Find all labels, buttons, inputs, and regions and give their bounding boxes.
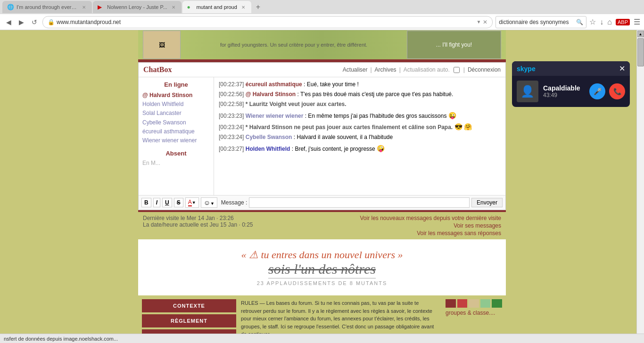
chatbox-actions: Actualiser | Archives | Actualisation au…	[343, 66, 501, 73]
skype-body: 👤 Capaldiable 43:49 🎤 📞	[512, 76, 630, 107]
chatbox-title: ChatBox	[143, 65, 172, 74]
skype-contact-name: Capaldiable	[543, 84, 585, 92]
contexte-button[interactable]: CONTEXTE	[142, 299, 236, 312]
new-messages-link[interactable]: Voir les nouveaux messages depuis votre …	[360, 215, 502, 221]
reglement-button[interactable]: RÈGLEMENT	[142, 314, 236, 327]
menu-icon[interactable]: ☰	[634, 17, 640, 26]
chatbox-messages: [00:22:37] écureuil asthmatique : Eué, t…	[214, 77, 505, 195]
scroll-up-button[interactable]: ▲	[637, 31, 644, 37]
msg-2: [00:22:56] @ Halvard Stinson : T'es pas …	[219, 90, 501, 99]
color-block-5	[492, 299, 502, 308]
new-tab-button[interactable]: +	[252, 3, 264, 11]
color-block-1	[446, 299, 456, 308]
search-text: dictionnaire des synonymes	[499, 19, 574, 25]
tab-2-icon: ▶	[98, 4, 104, 10]
user-ecureuil[interactable]: écureuil asthmatique	[142, 127, 210, 136]
browser-tab-3[interactable]: ● mutant and proud ✕	[182, 1, 251, 13]
promo-applause: 23 APPLAUDISSEMENTS DE 8 MUTANTS	[148, 280, 496, 286]
color-block-3	[469, 299, 479, 308]
bold-button[interactable]: B	[141, 198, 151, 207]
tab-1-close[interactable]: ✕	[81, 4, 87, 10]
groups-class-link[interactable]: groupes & classe....	[446, 310, 502, 316]
page-scrollbar[interactable]: ▲ ▼	[636, 30, 644, 343]
msg-4: [00:23:23] Wiener wiener wiener : En mêm…	[219, 110, 501, 121]
msg-1: [00:22:37] écureuil asthmatique : Eué, t…	[219, 80, 501, 89]
skype-close-button[interactable]: ✕	[619, 64, 625, 73]
msg-6: [00:23:24] Cybelle Swanson : Halvard il …	[219, 133, 501, 142]
emoji-button[interactable]: ☺▼	[201, 197, 217, 208]
auto-refresh-checkbox[interactable]	[454, 67, 460, 73]
my-messages-link[interactable]: Voir ses messages	[454, 222, 501, 229]
chatbox-toolbar: B I U S A ▼ ☺▼ Message : Envoyer	[139, 195, 505, 210]
skype-avatar: 👤	[517, 81, 538, 102]
chatbox-sidebar: En ligne @ Halvard Stinson Holden Whitfi…	[139, 77, 214, 195]
msg-5: [00:23:24] * Halvard Stinson ne peut pas…	[219, 122, 501, 132]
user-absent-1[interactable]: En M...	[142, 159, 210, 168]
user-halvard[interactable]: @ Halvard Stinson	[142, 91, 210, 100]
user-wiener[interactable]: Wiener wiener wiener	[142, 136, 210, 145]
italic-button[interactable]: I	[153, 198, 160, 207]
browser-tab-1[interactable]: 🌐 I'm around through every ... ✕	[2, 1, 92, 13]
abp-icon[interactable]: ABP	[616, 19, 630, 25]
actualiser-link[interactable]: Actualiser	[343, 66, 368, 73]
deconnexion-link[interactable]: Déconnexion	[468, 66, 501, 73]
user-holden[interactable]: Holden Whitfield	[142, 100, 210, 109]
tab-3-label: mutant and proud	[197, 4, 237, 10]
skype-header: skype ✕	[512, 61, 630, 76]
url-text: www.mutantandproud.net	[57, 19, 474, 25]
scroll-thumb[interactable]	[637, 38, 644, 66]
tab-3-close[interactable]: ✕	[240, 4, 247, 10]
forum-links-right: Voir les nouveaux messages depuis votre …	[360, 215, 502, 237]
skype-widget: skype ✕ 👤 Capaldiable 43:49 🎤 📞	[512, 61, 630, 107]
url-bar[interactable]: 🔒 www.mutantandproud.net ▼ ✕	[42, 16, 493, 28]
last-visit: Dernière visite le Mer 14 Jan · 23:26	[143, 215, 253, 221]
rules-text: RULES — Les bases du forum. Si tu ne les…	[241, 300, 434, 337]
tab-1-icon: 🌐	[7, 4, 14, 10]
banner-area: 🖼 for gifted youngsters. Un seul critère…	[138, 30, 506, 61]
strike-button[interactable]: S	[174, 198, 183, 207]
skype-end-button[interactable]: 📞	[609, 83, 625, 99]
browser-tab-2[interactable]: ▶ Nolwenn Leroy - Juste P... ✕	[93, 1, 182, 13]
toolbar-icons: ☆ ↓ ⌂ ABP ☰	[589, 17, 640, 26]
message-input[interactable]	[249, 197, 470, 208]
status-text: nsfert de données depuis image.noelshack…	[4, 336, 118, 342]
search-icon: 🔍	[576, 19, 583, 25]
secure-icon: 🔒	[48, 19, 55, 25]
color-button[interactable]: A ▼	[185, 197, 199, 208]
skype-controls: 🎤 📞	[589, 83, 625, 99]
status-bar: nsfert de données depuis image.noelshack…	[0, 334, 644, 343]
url-dropdown-icon: ▼	[476, 19, 481, 24]
bookmark-star-icon[interactable]: ☆	[589, 17, 596, 26]
promo-section: « ⚠ tu entres dans un nouvel univers » s…	[138, 239, 506, 295]
tab-2-label: Nolwenn Leroy - Juste P...	[107, 4, 167, 10]
back-button[interactable]: ◀	[4, 17, 14, 27]
tab-1-label: I'm around through every ...	[17, 4, 78, 10]
skype-mic-button[interactable]: 🎤	[589, 83, 605, 99]
underline-button[interactable]: U	[162, 198, 172, 207]
url-clear-icon[interactable]: ✕	[483, 19, 487, 25]
send-button[interactable]: Envoyer	[471, 198, 503, 207]
banner-right-img: ... I'll fight you!	[407, 31, 501, 59]
skype-info: Capaldiable 43:49	[543, 84, 585, 98]
home-icon[interactable]: ⌂	[607, 18, 612, 26]
color-block-4	[480, 299, 491, 308]
promo-subtitle: « ⚠ tu entres dans un nouvel univers »	[148, 249, 496, 261]
archives-link[interactable]: Archives	[375, 66, 396, 73]
user-solal[interactable]: Solal Lancaster	[142, 109, 210, 118]
no-reply-link[interactable]: Voir les messages sans réponses	[417, 230, 501, 237]
online-section-label: En ligne	[142, 81, 210, 88]
chatbox: ChatBox Actualiser | Archives | Actualis…	[138, 62, 506, 210]
msg-7: [00:23:27] Holden Whitfield : Bref, j'su…	[219, 143, 501, 154]
tab-2-close[interactable]: ✕	[170, 4, 177, 10]
download-icon[interactable]: ↓	[600, 18, 603, 26]
reload-button[interactable]: ↺	[29, 17, 40, 27]
search-box[interactable]: dictionnaire des synonymes 🔍	[495, 16, 586, 28]
current-date: La date/heure actuelle est Jeu 15 Jan · …	[143, 221, 253, 228]
banner-left-img: 🖼	[143, 31, 181, 59]
user-cybelle[interactable]: Cybelle Swanson	[142, 118, 210, 127]
color-blocks	[446, 299, 502, 308]
skype-call-time: 43:49	[543, 92, 585, 98]
forward-button[interactable]: ▶	[17, 17, 26, 27]
skype-logo: skype	[517, 65, 536, 73]
actualisation-auto-label: Actualisation auto.	[404, 66, 450, 73]
